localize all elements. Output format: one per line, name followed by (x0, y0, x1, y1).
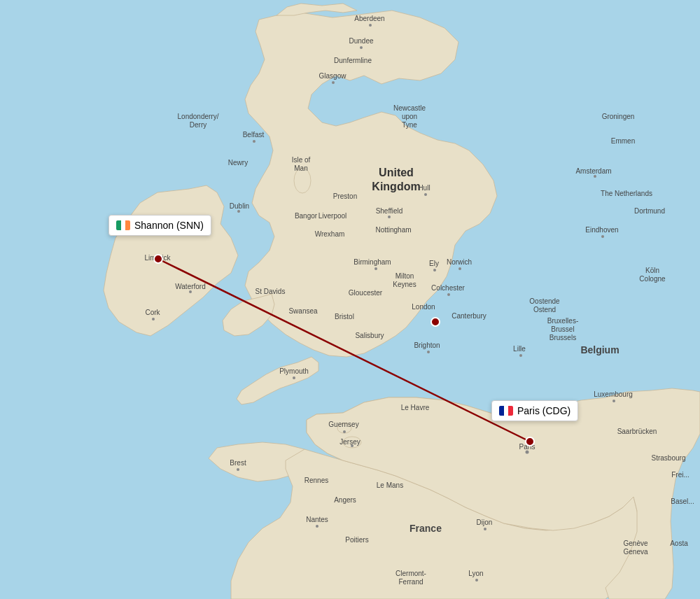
svg-point-103 (484, 528, 486, 530)
svg-point-93 (374, 267, 377, 270)
svg-text:Bruxelles-: Bruxelles- (547, 317, 578, 325)
svg-text:Newcastle: Newcastle (393, 104, 426, 112)
svg-text:Clermont-: Clermont- (396, 570, 426, 577)
svg-text:Birmingham: Birmingham (354, 258, 391, 266)
svg-text:Gloucester: Gloucester (349, 289, 383, 297)
svg-text:Eindhoven: Eindhoven (585, 226, 618, 234)
svg-text:Lyon: Lyon (468, 570, 483, 577)
svg-text:Belfast: Belfast (243, 131, 265, 139)
svg-text:Hull: Hull (418, 184, 430, 192)
svg-text:Tyne: Tyne (402, 121, 417, 129)
svg-text:Oostende: Oostende (529, 297, 560, 305)
svg-text:Kingdom: Kingdom (372, 181, 420, 192)
svg-point-108 (519, 354, 522, 357)
svg-point-84 (369, 24, 372, 27)
svg-text:Norwich: Norwich (447, 258, 472, 266)
svg-point-85 (360, 46, 363, 49)
svg-text:Geneva: Geneva (623, 548, 648, 556)
svg-point-107 (601, 235, 604, 238)
svg-text:Brussels: Brussels (550, 334, 576, 341)
svg-text:Rennes: Rennes (304, 477, 328, 484)
svg-text:Preston: Preston (333, 192, 357, 200)
svg-text:Sheffield: Sheffield (376, 207, 403, 215)
svg-text:Ostend: Ostend (533, 306, 556, 313)
svg-text:Ferrand: Ferrand (398, 578, 423, 586)
svg-text:Le Havre: Le Havre (401, 404, 430, 411)
svg-point-88 (237, 210, 240, 213)
svg-text:Poitiers: Poitiers (345, 536, 368, 544)
svg-text:Brest: Brest (230, 459, 246, 467)
svg-text:Bristol: Bristol (335, 313, 354, 320)
france-flag-icon (499, 406, 513, 416)
svg-text:United: United (379, 167, 414, 178)
svg-text:Emmen: Emmen (611, 137, 635, 145)
shannon-airport-label: Shannon (SNN) (108, 215, 211, 236)
ireland-flag-icon (116, 220, 130, 230)
svg-text:Basel...: Basel... (671, 498, 694, 505)
svg-text:Colchester: Colchester (431, 284, 465, 292)
svg-text:Waterford: Waterford (175, 283, 206, 290)
svg-text:Cork: Cork (145, 309, 160, 316)
svg-text:Luxembourg: Luxembourg (594, 390, 633, 398)
svg-point-98 (293, 376, 295, 379)
svg-text:Man: Man (294, 164, 307, 172)
svg-text:Salisbury: Salisbury (355, 332, 384, 339)
svg-text:France: France (410, 523, 442, 534)
map-container: Aberdeen Dundee Dunfermline Glasgow Lond… (0, 0, 700, 599)
svg-text:Keynes: Keynes (393, 281, 416, 288)
svg-text:Nantes: Nantes (306, 516, 328, 523)
svg-point-94 (433, 269, 436, 272)
svg-point-92 (388, 216, 391, 218)
svg-text:Dijon: Dijon (477, 519, 493, 526)
svg-text:Lille: Lille (513, 345, 526, 353)
svg-text:Aosta: Aosta (670, 540, 688, 547)
svg-text:St Davids: St Davids (255, 288, 286, 295)
svg-text:Dundee: Dundee (349, 37, 373, 45)
svg-text:Angers: Angers (334, 496, 356, 504)
svg-point-97 (427, 351, 430, 353)
svg-text:Brighton: Brighton (414, 341, 440, 349)
svg-text:Köln: Köln (645, 267, 659, 274)
svg-point-105 (526, 451, 529, 454)
svg-text:Liverpool: Liverpool (318, 212, 347, 220)
svg-point-89 (189, 290, 192, 293)
svg-text:Dublin: Dublin (230, 202, 249, 210)
svg-point-86 (332, 81, 335, 84)
paris-airport-label: Paris (CDG) (491, 400, 578, 421)
map-svg: Aberdeen Dundee Dunfermline Glasgow Lond… (0, 0, 700, 599)
svg-point-102 (316, 525, 318, 528)
svg-text:Swansea: Swansea (288, 307, 318, 315)
paris-airport-name: Paris (CDG) (517, 405, 570, 416)
svg-point-96 (447, 293, 450, 296)
svg-text:Strasbourg: Strasbourg (652, 454, 686, 462)
svg-text:Brussel: Brussel (551, 325, 574, 333)
svg-text:London: London (412, 303, 435, 311)
svg-text:Glasgow: Glasgow (319, 72, 347, 80)
svg-point-109 (612, 400, 615, 402)
svg-text:Bangor: Bangor (295, 212, 318, 220)
svg-text:Saarbrücken: Saarbrücken (617, 428, 657, 435)
svg-text:Guernsey: Guernsey (328, 421, 358, 428)
svg-text:Belgium: Belgium (580, 344, 619, 355)
svg-point-91 (424, 193, 427, 196)
svg-text:Milton: Milton (396, 272, 414, 280)
svg-point-111 (154, 255, 162, 263)
svg-point-87 (253, 140, 255, 143)
svg-text:Derry: Derry (190, 121, 206, 129)
svg-text:Londonderry/: Londonderry/ (178, 113, 219, 120)
svg-point-110 (431, 318, 440, 326)
svg-text:Newry: Newry (228, 159, 248, 167)
svg-point-101 (237, 468, 239, 471)
svg-point-95 (458, 267, 461, 270)
svg-point-106 (594, 175, 596, 178)
svg-text:Plymouth: Plymouth (279, 367, 309, 375)
svg-text:Wrexham: Wrexham (315, 230, 345, 238)
svg-text:Amsterdam: Amsterdam (575, 167, 611, 175)
svg-text:Groningen: Groningen (602, 113, 635, 120)
svg-point-100 (351, 444, 354, 447)
shannon-airport-name: Shannon (SNN) (134, 220, 204, 231)
svg-text:Canterbury: Canterbury (451, 312, 486, 320)
svg-text:Nottingham: Nottingham (375, 226, 411, 234)
svg-point-112 (526, 437, 534, 446)
svg-text:Dunfermline: Dunfermline (334, 57, 372, 64)
